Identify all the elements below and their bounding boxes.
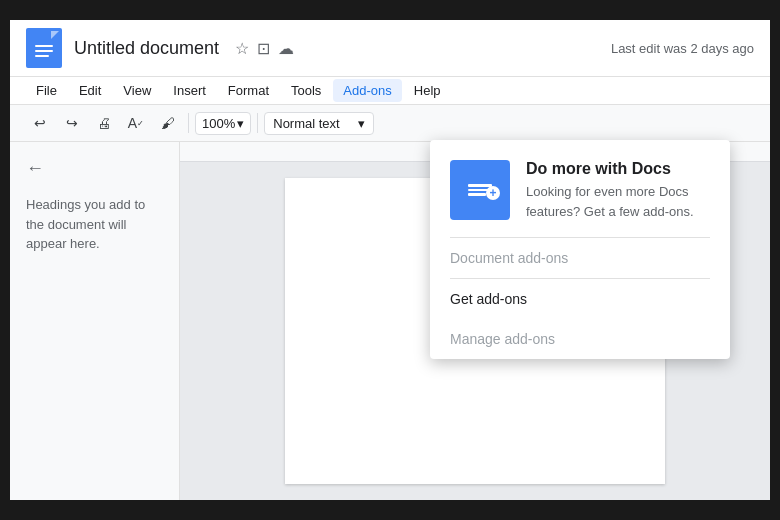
redo-button[interactable]: ↪ bbox=[58, 109, 86, 137]
cloud-icon[interactable]: ☁ bbox=[278, 39, 294, 58]
style-label: Normal text bbox=[273, 116, 339, 131]
toolbar-divider2 bbox=[257, 113, 258, 133]
print-button[interactable]: 🖨 bbox=[90, 109, 118, 137]
manage-addons-button[interactable]: Manage add-ons bbox=[430, 319, 730, 359]
zoom-value: 100% bbox=[202, 116, 235, 131]
menu-item-help[interactable]: Help bbox=[404, 79, 451, 102]
outline-back-button[interactable]: ← bbox=[26, 158, 163, 179]
dropdown-title: Do more with Docs bbox=[526, 160, 710, 178]
style-arrow: ▾ bbox=[358, 116, 365, 131]
addons-dropdown: + Do more with Docs Looking for even mor… bbox=[430, 140, 730, 359]
menu-bar: File Edit View Insert Format Tools Add-o… bbox=[10, 77, 770, 105]
toolbar-divider bbox=[188, 113, 189, 133]
star-icon[interactable]: ☆ bbox=[235, 39, 249, 58]
back-arrow-icon: ← bbox=[26, 158, 44, 179]
spell-check-button[interactable]: A✓ bbox=[122, 109, 150, 137]
dropdown-text: Do more with Docs Looking for even more … bbox=[526, 160, 710, 221]
last-edit-text: Last edit was 2 days ago bbox=[611, 41, 754, 56]
folder-icon[interactable]: ⊡ bbox=[257, 39, 270, 58]
doc-icon-line bbox=[35, 50, 53, 52]
doc-icon-line bbox=[35, 45, 53, 47]
addon-icon-inner: + bbox=[468, 184, 492, 196]
doc-icon bbox=[26, 28, 62, 68]
outline-hint-text: Headings you add to the document will ap… bbox=[26, 195, 163, 254]
menu-item-edit[interactable]: Edit bbox=[69, 79, 111, 102]
addon-icon: + bbox=[450, 160, 510, 220]
title-bar: Untitled document ☆ ⊡ ☁ Last edit was 2 … bbox=[10, 20, 770, 77]
toolbar: ↩ ↪ 🖨 A✓ 🖌 100% ▾ Normal text ▾ bbox=[10, 105, 770, 142]
addon-icon-line3 bbox=[468, 193, 486, 196]
title-icons: ☆ ⊡ ☁ bbox=[235, 39, 294, 58]
doc-icon-lines bbox=[30, 39, 58, 62]
paint-format-button[interactable]: 🖌 bbox=[154, 109, 182, 137]
menu-item-addons[interactable]: Add-ons bbox=[333, 79, 401, 102]
menu-item-file[interactable]: File bbox=[26, 79, 67, 102]
menu-item-view[interactable]: View bbox=[113, 79, 161, 102]
outline-panel: ← Headings you add to the document will … bbox=[10, 142, 180, 500]
undo-button[interactable]: ↩ bbox=[26, 109, 54, 137]
plus-badge-icon: + bbox=[486, 186, 500, 200]
menu-item-tools[interactable]: Tools bbox=[281, 79, 331, 102]
document-addons-item: Document add-ons bbox=[430, 238, 730, 278]
doc-icon-line bbox=[35, 55, 49, 57]
dropdown-description: Looking for even more Docs features? Get… bbox=[526, 182, 710, 221]
dropdown-header: + Do more with Docs Looking for even mor… bbox=[430, 140, 730, 237]
doc-title[interactable]: Untitled document bbox=[74, 38, 219, 59]
style-select[interactable]: Normal text ▾ bbox=[264, 112, 374, 135]
menu-item-format[interactable]: Format bbox=[218, 79, 279, 102]
menu-item-insert[interactable]: Insert bbox=[163, 79, 216, 102]
zoom-arrow: ▾ bbox=[237, 116, 244, 131]
get-addons-button[interactable]: Get add-ons bbox=[430, 279, 730, 319]
zoom-select[interactable]: 100% ▾ bbox=[195, 112, 251, 135]
